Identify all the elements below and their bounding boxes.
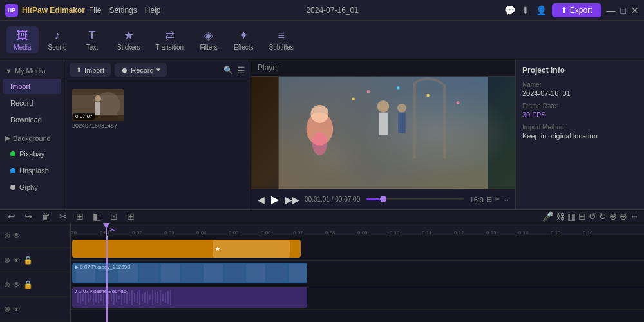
sidebar-my-media-header[interactable]: ▼ My Media [0, 64, 64, 77]
track-eye-icon[interactable]: 👁 [13, 231, 21, 240]
media-file-item[interactable]: 0:07:07 20240716031457 [72, 89, 124, 129]
import-method-label: Import Method: [522, 124, 638, 131]
track-add-icon[interactable]: ⊕ [4, 231, 10, 240]
record-button[interactable]: ⏺ Record ▾ [115, 63, 166, 77]
svg-point-11 [397, 104, 406, 113]
track2-lock-icon[interactable]: 🔒 [23, 256, 33, 265]
import-button[interactable]: ⬆ Import [70, 63, 111, 77]
svg-rect-28 [204, 264, 223, 282]
record-label: Record [10, 99, 33, 107]
undo-button[interactable]: ↩ [5, 210, 18, 223]
export-button[interactable]: ⬆ Export [552, 3, 601, 17]
track-audio-row: ♪ 1:07 Kiteline Sounds [71, 285, 644, 310]
main-area: ▼ My Media Import Record Download ▶ Back… [0, 59, 644, 209]
timeline: ↩ ↪ 🗑 ✂ ⊞ ◧ ⊡ ⊞ 🎤 ⛓ ▥ ⊟ ↺ ↻ ⊕ ⊕ ↔ ⊕ 👁 [0, 209, 644, 322]
track2-eye-icon[interactable]: 👁 [13, 256, 21, 265]
next-frame-button[interactable]: ▶▶ [284, 193, 301, 206]
freeze-button[interactable]: ⊡ [108, 210, 120, 223]
track4-eye-icon[interactable]: 👁 [13, 305, 21, 314]
track2-add-icon[interactable]: ⊕ [4, 256, 10, 265]
fit-timeline-icon[interactable]: ↔ [630, 211, 639, 222]
player-time: 00:01:01 / 00:07:00 [305, 196, 360, 203]
track3-lock-icon[interactable]: 🔒 [23, 280, 33, 289]
close-button[interactable]: ✕ [631, 5, 639, 15]
chat-icon[interactable]: 💬 [504, 5, 515, 15]
tool-effects[interactable]: ✦ Effects [227, 26, 260, 53]
track-empty-row [71, 310, 644, 322]
svg-rect-5 [95, 102, 100, 115]
cut-button[interactable]: ✂ [57, 210, 70, 223]
menu-file[interactable]: File [89, 6, 101, 15]
toolbar: 🖼 Media ♪ Sound T Text ★ Stickers ⇄ Tran… [0, 21, 644, 59]
export-label: Export [570, 6, 592, 15]
stickers-label: Stickers [117, 44, 140, 51]
fullscreen-icon[interactable]: ⊞ [486, 195, 492, 204]
crop-icon[interactable]: ✂ [495, 195, 500, 204]
redo2-icon[interactable]: ↻ [599, 211, 607, 222]
play-button[interactable]: ▶ [270, 192, 280, 207]
menu-settings[interactable]: Settings [109, 6, 137, 15]
media-search-icon[interactable]: 🔍 [223, 66, 233, 75]
delete-button[interactable]: 🗑 [39, 210, 53, 223]
svg-rect-31 [267, 264, 287, 282]
clip-orange-secondary[interactable]: ★ [213, 240, 290, 258]
progress-fill [366, 198, 380, 200]
sidebar-item-pixabay[interactable]: Pixabay [3, 146, 61, 162]
link-icon[interactable]: ⛓ [556, 211, 565, 222]
media-thumbnail: 0:07:07 [72, 89, 124, 121]
playhead[interactable] [106, 223, 107, 236]
sidebar-item-unsplash[interactable]: Unsplash [3, 163, 61, 178]
download-icon[interactable]: ⬇ [522, 5, 529, 15]
tool-stickers[interactable]: ★ Stickers [111, 26, 147, 53]
menu-help[interactable]: Help [145, 6, 161, 15]
add-icon[interactable]: ⊕ [609, 211, 617, 222]
ruler-mark-006: 0:06 [261, 230, 271, 236]
tool-subtitles[interactable]: ≡ Subtitles [263, 26, 300, 53]
effects-label: Effects [234, 44, 253, 51]
minimize-button[interactable]: — [607, 5, 616, 15]
tool-filters[interactable]: ◈ Filters [193, 26, 225, 53]
track4-add-icon[interactable]: ⊕ [4, 305, 10, 314]
svg-point-13 [352, 97, 355, 100]
split-button[interactable]: ⊞ [73, 210, 86, 223]
filters-icon: ◈ [204, 28, 213, 43]
tool-text[interactable]: T Text [76, 26, 108, 53]
tool-transition[interactable]: ⇄ Transition [149, 26, 191, 53]
sidebar-item-import[interactable]: Import [3, 79, 61, 94]
tool-media[interactable]: 🖼 Media [6, 26, 39, 53]
sidebar-item-record[interactable]: Record [3, 95, 61, 111]
sidebar-item-giphy[interactable]: Giphy [3, 180, 61, 195]
sidebar-item-download[interactable]: Download [3, 112, 61, 128]
track3-add-icon[interactable]: ⊕ [4, 280, 10, 289]
tool-sound[interactable]: ♪ Sound [41, 26, 73, 53]
media-list-icon[interactable]: ☰ [237, 65, 245, 75]
aspect-ratio-selector[interactable]: 16:9 [470, 196, 484, 204]
ruler-mark-015: 0:15 [551, 230, 561, 236]
media-label: Media [14, 44, 31, 51]
layout-icon[interactable]: ▥ [567, 211, 576, 222]
import-method-row: Import Method: Keep in original location [522, 124, 638, 140]
user-icon[interactable]: 👤 [536, 5, 547, 15]
maximize-button[interactable]: □ [621, 5, 626, 15]
undo2-icon[interactable]: ↺ [589, 211, 596, 222]
ai-button[interactable]: ⊞ [124, 210, 137, 223]
minus-icon[interactable]: ⊟ [578, 211, 586, 222]
mic-icon[interactable]: 🎤 [542, 211, 553, 222]
redo-button[interactable]: ↪ [22, 210, 35, 223]
prev-frame-button[interactable]: ◀ [256, 193, 266, 206]
titlebar-menu: File Settings Help [89, 6, 160, 15]
sidebar-background-header[interactable]: ▶ Background [0, 131, 64, 145]
timeline-tracks-left: ⊕ 👁 ⊕ 👁 🔒 ⊕ 👁 🔒 ⊕ 👁 [0, 223, 71, 322]
ruler-mark-002: 0:02 [132, 230, 142, 236]
fit-icon[interactable]: ↔ [503, 196, 510, 204]
player-progress-bar[interactable] [366, 198, 463, 200]
add2-icon[interactable]: ⊕ [620, 211, 627, 222]
pixabay-dot [10, 151, 15, 156]
titlebar: HP HitPaw Edimakor File Settings Help 20… [0, 0, 644, 21]
import-btn-label: Import [84, 66, 104, 74]
progress-thumb[interactable] [380, 196, 386, 202]
giphy-dot [10, 185, 15, 190]
record-chevron-icon: ▾ [156, 66, 160, 74]
crop-clip-button[interactable]: ◧ [90, 210, 104, 223]
track3-eye-icon[interactable]: 👁 [13, 280, 21, 289]
